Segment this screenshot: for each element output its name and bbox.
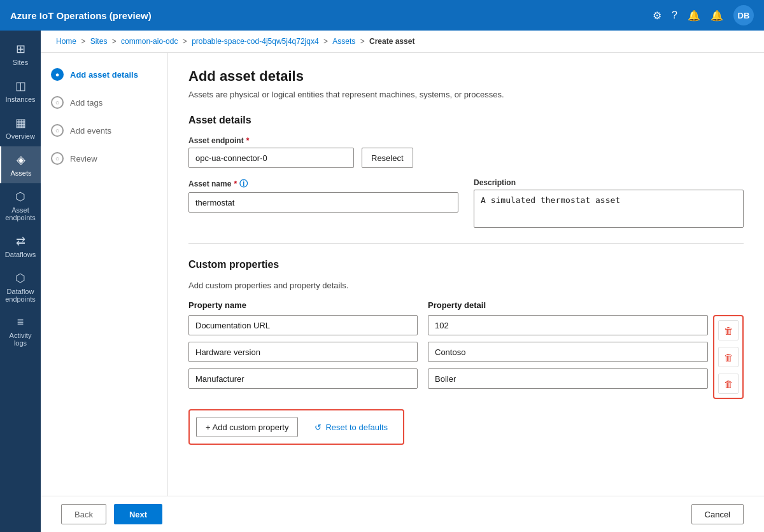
asset-details-section-title: Asset details <box>188 115 744 126</box>
breadcrumb-space[interactable]: probable-space-cod-4j5qw5j4q72jqx4 <box>192 37 318 46</box>
step-add-events[interactable]: ○ Add events <box>51 124 157 137</box>
breadcrumb-sep-1: > <box>81 37 87 46</box>
prop-name-col-header: Property name <box>188 300 418 310</box>
step-review[interactable]: ○ Review <box>51 152 157 165</box>
asset-endpoints-icon: ⬡ <box>15 190 25 204</box>
asset-name-input[interactable] <box>188 192 458 213</box>
step-add-asset-details[interactable]: ● Add asset details <box>51 68 157 81</box>
sidebar-label-dataflows: Dataflows <box>5 251 36 258</box>
step-label-1: Add asset details <box>70 70 138 80</box>
page-body: ● Add asset details ○ Add tags ○ Add eve… <box>41 53 764 496</box>
breadcrumb-create-asset: Create asset <box>369 37 414 46</box>
reset-icon: ↺ <box>315 423 322 432</box>
prop-row-1 <box>188 342 708 362</box>
prop-detail-col-header: Property detail <box>428 300 708 310</box>
delete-prop-button-0[interactable]: 🗑 <box>718 320 739 340</box>
reset-label: Reset to defaults <box>325 423 388 432</box>
dataflows-icon: ⇄ <box>16 234 25 248</box>
add-custom-property-button[interactable]: + Add custom property <box>196 417 298 437</box>
custom-props-actions-row: + Add custom property ↺ Reset to default… <box>188 409 404 445</box>
wizard-steps: ● Add asset details ○ Add tags ○ Add eve… <box>41 53 168 496</box>
sidebar-label-activity-logs: Activity logs <box>3 332 38 347</box>
sidebar-label-instances: Instances <box>5 95 35 103</box>
breadcrumb-sites[interactable]: Sites <box>90 37 108 46</box>
description-label: Description <box>474 178 744 187</box>
sidebar-label-overview: Overview <box>6 132 35 140</box>
page-desc: Assets are physical or logical entities … <box>188 90 744 99</box>
step-add-tags[interactable]: ○ Add tags <box>51 96 157 109</box>
assets-icon: ◈ <box>17 153 25 167</box>
breadcrumb-sep-5: > <box>360 37 367 46</box>
sidebar-item-instances[interactable]: ◫ Instances <box>0 73 41 109</box>
reselect-button[interactable]: Reselect <box>362 148 413 168</box>
asset-endpoint-field: Asset endpoint * Reselect <box>188 136 744 168</box>
sidebar-item-assets[interactable]: ◈ Assets <box>0 146 41 183</box>
notification-icon[interactable]: 🔔 <box>711 10 723 22</box>
breadcrumb-assets[interactable]: Assets <box>332 37 355 46</box>
back-button[interactable]: Back <box>61 504 106 524</box>
delete-prop-button-1[interactable]: 🗑 <box>718 347 739 367</box>
description-textarea[interactable]: A simulated thermostat asset <box>474 190 744 228</box>
sidebar-item-asset-endpoints[interactable]: ⬡ Asset endpoints <box>0 183 41 228</box>
breadcrumb: Home > Sites > common-aio-odc > probable… <box>41 31 764 53</box>
instances-icon: ◫ <box>15 79 26 93</box>
dataflow-endpoints-icon: ⬡ <box>15 271 25 285</box>
description-field: Description A simulated thermostat asset <box>474 178 744 228</box>
required-star-endpoint: * <box>246 136 250 145</box>
bottom-bar: Back Next Cancel <box>41 496 764 532</box>
bottom-left-actions: Back Next <box>61 504 162 524</box>
sidebar-item-sites[interactable]: ⊞ Sites <box>0 36 41 73</box>
section-divider <box>188 243 744 244</box>
step-circle-2: ○ <box>51 96 64 109</box>
step-circle-4: ○ <box>51 152 64 165</box>
sidebar-label-sites: Sites <box>13 59 28 66</box>
breadcrumb-common-aio-odc[interactable]: common-aio-odc <box>121 37 178 46</box>
sidebar-label-assets: Assets <box>10 169 31 177</box>
required-star-name: * <box>234 179 237 188</box>
prop-detail-input-2[interactable] <box>428 368 708 389</box>
sidebar: ⊞ Sites ◫ Instances ▦ Overview ◈ Assets … <box>0 31 41 532</box>
prop-detail-input-0[interactable] <box>428 315 708 335</box>
prop-rows-container <box>188 315 708 399</box>
breadcrumb-home[interactable]: Home <box>56 37 76 46</box>
info-icon[interactable]: ⓘ <box>239 178 248 190</box>
asset-endpoint-label: Asset endpoint * <box>188 136 744 145</box>
top-nav-icons: ⚙ ? 🔔 🔔 DB <box>653 5 754 25</box>
prop-detail-input-1[interactable] <box>428 342 708 362</box>
main-layout: ⊞ Sites ◫ Instances ▦ Overview ◈ Assets … <box>0 31 764 532</box>
sidebar-item-activity-logs[interactable]: ≡ Activity logs <box>0 309 41 353</box>
sidebar-item-dataflows[interactable]: ⇄ Dataflows <box>0 228 41 265</box>
cancel-button[interactable]: Cancel <box>691 504 744 524</box>
sidebar-item-overview[interactable]: ▦ Overview <box>0 109 41 146</box>
page-title: Add asset details <box>188 68 744 85</box>
top-nav: Azure IoT Operations (preview) ⚙ ? 🔔 🔔 D… <box>0 0 764 31</box>
next-button[interactable]: Next <box>114 504 162 524</box>
sidebar-label-dataflow-endpoints: Dataflow endpoints <box>3 288 38 303</box>
asset-endpoint-input[interactable] <box>188 148 354 168</box>
sidebar-item-dataflow-endpoints[interactable]: ⬡ Dataflow endpoints <box>0 265 41 309</box>
settings-icon[interactable]: ⚙ <box>653 10 661 22</box>
step-label-3: Add events <box>70 126 111 136</box>
content-area: Home > Sites > common-aio-odc > probable… <box>41 31 764 532</box>
reset-to-defaults-button[interactable]: ↺ Reset to defaults <box>306 417 397 437</box>
avatar[interactable]: DB <box>733 5 754 25</box>
help-icon[interactable]: ? <box>672 10 677 21</box>
props-and-delete: 🗑 🗑 🗑 <box>188 315 744 399</box>
prop-table-header: Property name Property detail <box>188 300 744 310</box>
custom-props-section-title: Custom properties <box>188 259 744 270</box>
sidebar-label-asset-endpoints: Asset endpoints <box>3 206 38 221</box>
custom-props-desc: Add custom properties and property detai… <box>188 281 744 290</box>
app-title: Azure IoT Operations (preview) <box>10 10 152 21</box>
delete-buttons-column: 🗑 🗑 🗑 <box>713 315 744 399</box>
prop-name-input-1[interactable] <box>188 342 418 362</box>
bell-icon[interactable]: 🔔 <box>688 10 700 22</box>
asset-name-label: Asset name * ⓘ <box>188 178 458 190</box>
prop-row-0 <box>188 315 708 335</box>
step-label-2: Add tags <box>70 98 103 108</box>
delete-prop-button-2[interactable]: 🗑 <box>718 374 739 394</box>
sites-icon: ⊞ <box>16 42 25 56</box>
prop-name-input-2[interactable] <box>188 368 418 389</box>
prop-name-input-0[interactable] <box>188 315 418 335</box>
step-label-4: Review <box>70 154 97 164</box>
activity-logs-icon: ≡ <box>17 316 24 329</box>
